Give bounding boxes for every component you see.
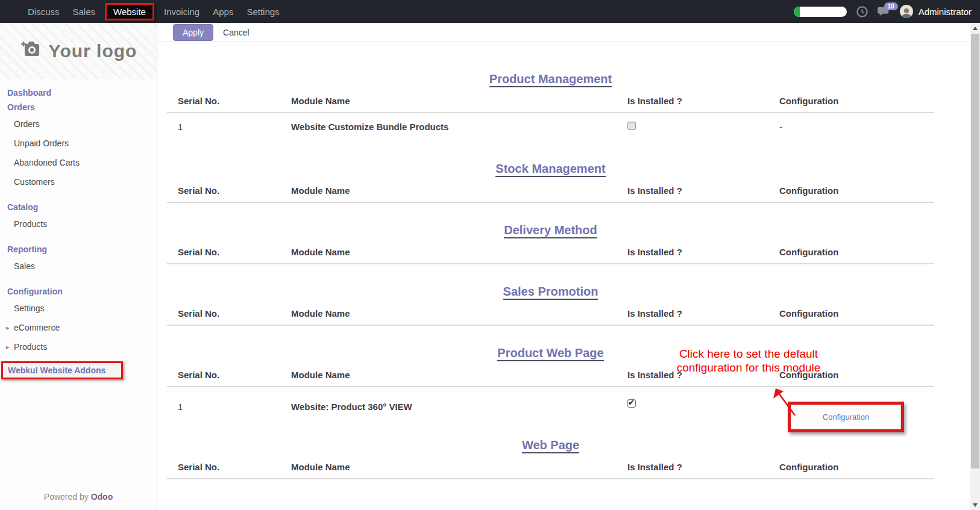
- logo-area: Your logo: [0, 23, 157, 79]
- table-header-row: Serial No.Module NameIs Installed ?Confi…: [167, 247, 934, 264]
- messages-icon[interactable]: 10: [878, 5, 891, 17]
- column-header-configuration: Configuration: [779, 185, 934, 202]
- sidebar-item-reporting[interactable]: Reporting: [0, 242, 157, 257]
- sidebar-item-catalog[interactable]: Catalog: [0, 200, 157, 214]
- main-content: Apply Cancel Product ManagementSerial No…: [157, 23, 970, 510]
- column-header-configuration: Configuration: [779, 247, 934, 264]
- cell-module-name: Website: Product 360° VIEW: [291, 387, 627, 432]
- cell-is-installed: [627, 387, 779, 432]
- sidebar: Your logo DashboardOrdersOrdersUnpaid Or…: [0, 23, 157, 510]
- menu-sales[interactable]: Sales: [66, 3, 102, 20]
- column-header-serial: Serial No.: [167, 370, 291, 387]
- scrollbar-thumb[interactable]: [971, 34, 979, 468]
- sidebar-item-sales[interactable]: Sales: [0, 257, 157, 276]
- vertical-scrollbar[interactable]: [970, 23, 980, 510]
- installed-checkbox-checked[interactable]: [627, 399, 636, 408]
- odoo-brand-link[interactable]: Odoo: [91, 492, 113, 502]
- section-title-link[interactable]: Delivery Method: [504, 223, 597, 238]
- sidebar-item-label: Webkul Website Addons: [8, 365, 105, 375]
- sidebar-item-customers[interactable]: Customers: [0, 172, 157, 191]
- column-header-serial: Serial No.: [167, 96, 291, 113]
- timer-progress-fill: [794, 7, 800, 17]
- section-title-link[interactable]: Product Web Page: [497, 346, 603, 361]
- activity-clock-icon[interactable]: [856, 5, 868, 18]
- sidebar-item-dashboard[interactable]: Dashboard: [0, 86, 157, 100]
- user-avatar[interactable]: [900, 5, 913, 18]
- chevron-right-icon: ▸: [6, 343, 10, 351]
- sidebar-item-label: Orders: [7, 102, 35, 112]
- sidebar-item-unpaid-orders[interactable]: Unpaid Orders: [0, 134, 157, 153]
- table-header-row: Serial No.Module NameIs Installed ?Confi…: [167, 96, 934, 113]
- table-row: 1Website Customize Bundle Products-: [167, 113, 934, 141]
- menu-apps[interactable]: Apps: [206, 3, 240, 20]
- section-title-link[interactable]: Product Management: [489, 72, 612, 87]
- section-sales-promotion: Sales PromotionSerial No.Module NameIs I…: [167, 285, 934, 326]
- sidebar-item-label: Configuration: [7, 287, 63, 296]
- column-header-module: Module Name: [291, 370, 627, 387]
- sidebar-item-label: Unpaid Orders: [14, 138, 69, 148]
- sidebar-item-products[interactable]: ▸Products: [0, 337, 157, 356]
- module-sections: Product ManagementSerial No.Module NameI…: [157, 72, 970, 479]
- topbar-right: 10 Administrator: [794, 5, 980, 18]
- menu-discuss[interactable]: Discuss: [21, 3, 66, 20]
- module-table: Serial No.Module NameIs Installed ?Confi…: [167, 96, 934, 141]
- sidebar-item-label: Settings: [14, 303, 45, 313]
- apply-button[interactable]: Apply: [173, 24, 213, 41]
- menu-invoicing[interactable]: Invoicing: [157, 3, 206, 20]
- cancel-button[interactable]: Cancel: [223, 28, 250, 37]
- module-table: Serial No.Module NameIs Installed ?Confi…: [167, 370, 934, 432]
- sidebar-item-label: Products: [14, 342, 47, 352]
- sidebar-item-orders[interactable]: Orders: [0, 114, 157, 134]
- timer-progress-bar[interactable]: [794, 7, 847, 17]
- scroll-down-arrow[interactable]: [970, 500, 980, 510]
- module-table: Serial No.Module NameIs Installed ?Confi…: [167, 308, 934, 326]
- installed-checkbox-unchecked[interactable]: [627, 122, 636, 130]
- section-title-link[interactable]: Sales Promotion: [503, 285, 598, 300]
- sidebar-item-ecommerce[interactable]: ▸eCommerce: [0, 318, 157, 337]
- message-count-badge: 10: [884, 2, 898, 10]
- sidebar-item-label: Dashboard: [7, 88, 51, 98]
- sidebar-item-orders[interactable]: Orders: [0, 100, 157, 114]
- configuration-button[interactable]: Configuration: [791, 405, 901, 429]
- user-name[interactable]: Administrator: [919, 7, 972, 17]
- table-header-row: Serial No.Module NameIs Installed ?Confi…: [167, 308, 934, 325]
- section-title-link[interactable]: Stock Management: [495, 162, 605, 177]
- sidebar-item-webkul-website-addons[interactable]: Webkul Website Addons: [1, 361, 123, 379]
- sidebar-item-abandoned-carts[interactable]: Abandoned Carts: [0, 153, 157, 172]
- section-heading: Delivery Method: [167, 223, 934, 237]
- column-header-installed: Is Installed ?: [627, 370, 779, 387]
- powered-by: Powered by Odoo: [0, 492, 157, 502]
- column-header-installed: Is Installed ?: [627, 96, 779, 113]
- column-header-configuration: Configuration: [779, 308, 934, 325]
- sidebar-item-settings[interactable]: Settings: [0, 299, 157, 318]
- menu-settings[interactable]: Settings: [240, 3, 286, 20]
- column-header-configuration: Configuration: [779, 462, 934, 479]
- form-toolbar: Apply Cancel: [157, 23, 970, 42]
- cell-is-installed: [627, 113, 779, 141]
- column-header-module: Module Name: [291, 462, 627, 479]
- column-header-installed: Is Installed ?: [627, 185, 779, 202]
- sidebar-item-products[interactable]: Products: [0, 214, 157, 234]
- section-heading: Sales Promotion: [167, 285, 934, 299]
- sidebar-item-configuration[interactable]: Configuration: [0, 284, 157, 299]
- table-header-row: Serial No.Module NameIs Installed ?Confi…: [167, 462, 934, 479]
- sidebar-item-label: eCommerce: [14, 323, 60, 332]
- section-title-link[interactable]: Web Page: [522, 438, 579, 453]
- app-menus: DiscussSalesWebsiteInvoicingAppsSettings: [21, 3, 286, 20]
- scroll-up-arrow[interactable]: [970, 23, 980, 33]
- column-header-installed: Is Installed ?: [627, 247, 779, 264]
- menu-website[interactable]: Website: [105, 3, 154, 20]
- logo-text: Your logo: [49, 41, 137, 61]
- cell-serial: 1: [167, 387, 291, 432]
- column-header-installed: Is Installed ?: [627, 308, 779, 325]
- column-header-module: Module Name: [291, 185, 627, 202]
- cell-module-name: Website Customize Bundle Products: [291, 113, 627, 141]
- column-header-configuration: Configuration: [779, 96, 934, 113]
- powered-by-text: Powered by: [44, 492, 91, 502]
- cell-configuration: -: [779, 113, 934, 141]
- sidebar-item-label: Reporting: [7, 244, 47, 254]
- chevron-right-icon: ▸: [6, 324, 10, 332]
- table-header-row: Serial No.Module NameIs Installed ?Confi…: [167, 185, 934, 202]
- table-row: 1Website: Product 360° VIEWConfiguration: [167, 387, 934, 432]
- column-header-serial: Serial No.: [167, 462, 291, 479]
